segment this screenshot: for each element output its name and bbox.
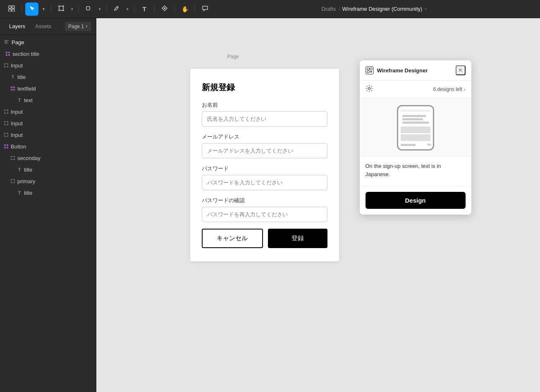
plugin-app-icon <box>366 66 374 74</box>
layer-label-seconday: seconday <box>17 155 41 161</box>
frame-chevron-button[interactable]: ▾ <box>69 2 75 16</box>
toolbar-sep-6 <box>154 5 155 13</box>
text-icon-title2: T <box>17 167 22 172</box>
plugin-message: On the sign-up screen, text is in Japane… <box>360 157 471 186</box>
form-input-email[interactable] <box>202 143 327 158</box>
frame-button[interactable] <box>55 2 68 16</box>
form-label-password: パスワード <box>202 165 327 172</box>
layer-item-title-2[interactable]: T title <box>0 164 96 175</box>
component-icon-button <box>3 143 9 149</box>
breadcrumb-project: Drafts <box>322 6 336 12</box>
layer-item-textfield[interactable]: textfield <box>0 83 96 94</box>
pen-chevron-button[interactable]: ▾ <box>124 2 131 16</box>
layer-item-input-1[interactable]: Input <box>0 60 96 71</box>
tab-assets[interactable]: Assets <box>31 22 55 31</box>
svg-rect-61 <box>4 147 6 148</box>
frame-icon-input3 <box>3 120 9 126</box>
shape-chevron-button[interactable]: ▾ <box>96 2 103 16</box>
text-icon-text: T <box>17 97 22 103</box>
frame-icon-input1 <box>3 62 9 68</box>
layer-item-title-1[interactable]: T title <box>0 71 96 83</box>
layer-label-title1: title <box>17 74 26 80</box>
form-label-name: お名前 <box>202 101 327 109</box>
svg-rect-31 <box>11 86 12 88</box>
form-input-password[interactable] <box>202 175 327 190</box>
form-input-confirm[interactable] <box>202 207 327 222</box>
left-panel: Layers Assets Page 1 ▾ Page <box>0 18 96 392</box>
form-card: 新規登録 お名前 メールアドレス パスワード パスワードの確認 <box>190 69 339 261</box>
layer-item-button[interactable]: Button <box>0 141 96 152</box>
designs-left[interactable]: 6 designs left › <box>433 86 465 92</box>
submit-button[interactable]: 登録 <box>268 229 327 248</box>
form-group-email: メールアドレス <box>202 133 327 158</box>
component-button[interactable] <box>158 2 171 16</box>
layer-tree: Page section title <box>0 35 96 392</box>
plugin-sub-header: 6 designs left › <box>360 81 471 98</box>
page-selector[interactable]: Page 1 ▾ <box>65 22 91 31</box>
menu-icon <box>8 5 15 13</box>
layer-label-title2: title <box>24 167 32 173</box>
svg-point-82 <box>368 88 370 90</box>
layer-item-text[interactable]: T text <box>0 94 96 106</box>
shape-button[interactable] <box>82 2 96 16</box>
form-group-password: パスワード <box>202 165 327 190</box>
breadcrumb-page: Wireframe Designer (Community) <box>342 6 423 12</box>
frame-icon-seconday <box>10 155 16 161</box>
layer-item-section-title[interactable]: section title <box>0 48 96 60</box>
design-button[interactable]: Design <box>366 192 466 209</box>
frame-icon-primary <box>10 178 16 184</box>
toolbar-sep-3 <box>79 5 79 13</box>
pen-button[interactable] <box>110 2 123 16</box>
layer-label-section-title: section title <box>12 51 39 57</box>
layer-item-input-4[interactable]: Input <box>0 129 96 141</box>
layer-label-input3: Input <box>11 120 23 127</box>
layer-item-title-3[interactable]: T title <box>0 187 96 198</box>
text-icon-title3: T <box>17 190 22 196</box>
designs-left-text: 6 designs left <box>433 86 462 92</box>
svg-point-14 <box>117 6 118 7</box>
svg-rect-1 <box>12 6 14 8</box>
layer-label-text: text <box>24 97 33 103</box>
layer-label-button: Button <box>11 143 26 150</box>
layer-label-input1: Input <box>11 62 23 69</box>
pen-icon <box>113 5 120 13</box>
settings-icon[interactable] <box>366 85 373 94</box>
svg-point-15 <box>164 7 165 9</box>
text-button[interactable]: T <box>138 2 151 16</box>
svg-rect-3 <box>12 9 14 12</box>
component-icon-section <box>5 51 11 57</box>
layer-item-input-3[interactable]: Input <box>0 117 96 129</box>
text-icon-title1: T <box>10 74 16 80</box>
comment-button[interactable] <box>198 2 212 16</box>
canvas: Page 新規登録 お名前 メールアドレス パスワード パスワードの確認 <box>96 18 540 392</box>
cursor-button[interactable] <box>25 2 38 16</box>
component-icon-textfield <box>10 86 16 91</box>
plugin-close-button[interactable]: × <box>456 65 466 75</box>
breadcrumb[interactable]: Drafts / Wireframe Designer (Community) … <box>322 6 427 12</box>
toolbar-left-group: ▾ ▾ <box>5 2 212 16</box>
toolbar-center: Drafts / Wireframe Designer (Community) … <box>213 6 535 12</box>
form-buttons: キャンセル 登録 <box>202 229 327 248</box>
form-input-name[interactable] <box>202 111 327 127</box>
left-panel-tabs: Layers Assets Page 1 ▾ <box>0 18 96 35</box>
layer-item-seconday[interactable]: seconday <box>0 152 96 164</box>
svg-rect-19 <box>6 52 7 53</box>
svg-rect-32 <box>13 86 15 88</box>
svg-rect-34 <box>13 89 15 91</box>
svg-rect-60 <box>7 144 8 146</box>
plugin-panel: Wireframe Designer × 6 designs left › <box>360 60 471 215</box>
layer-item-primary[interactable]: primary <box>0 175 96 187</box>
hand-button[interactable]: ✋ <box>178 2 191 16</box>
page-label: Page <box>12 39 24 45</box>
frame-icon-input2 <box>3 109 9 115</box>
tab-layers[interactable]: Layers <box>5 22 29 31</box>
cursor-secondary-button[interactable]: ▾ <box>39 2 48 16</box>
layer-item-page[interactable]: Page <box>0 36 96 48</box>
page-selector-label: Page 1 <box>68 24 84 29</box>
cancel-button[interactable]: キャンセル <box>202 229 263 248</box>
form-label-email: メールアドレス <box>202 133 327 141</box>
layer-item-input-2[interactable]: Input <box>0 106 96 117</box>
menu-button[interactable] <box>5 2 18 16</box>
form-label-confirm: パスワードの確認 <box>202 197 327 204</box>
frame-icon-input4 <box>3 132 9 138</box>
